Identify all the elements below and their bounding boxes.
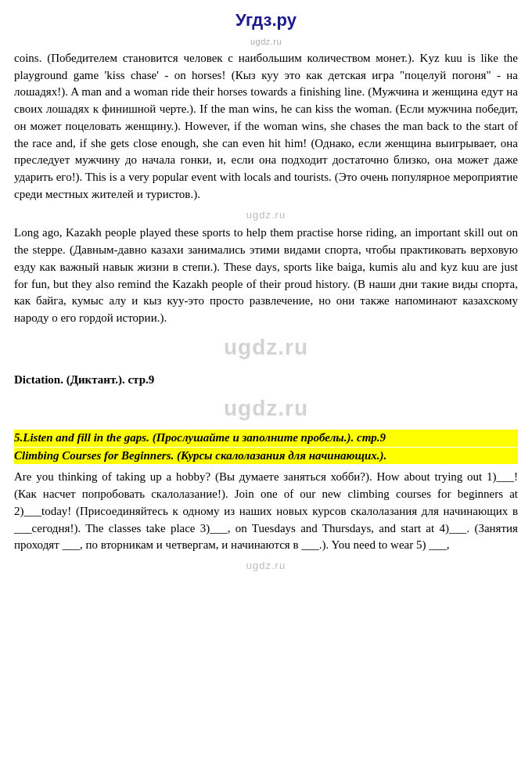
task-highlight-2: Climbing Courses for Beginners. (Курсы с… — [14, 448, 518, 465]
task-highlight-1: 5.Listen and fill in the gaps. (Прослуша… — [14, 430, 518, 447]
dictation-heading: Dictation. (Диктант.). стр.9 — [14, 372, 518, 389]
watermark-large2: ugdz.ru — [14, 393, 518, 425]
paragraph-2: Long ago, Kazakh people played these spo… — [14, 225, 518, 327]
watermark-mid1: ugdz.ru — [246, 208, 286, 223]
paragraph-1: coins. (Победителем становится человек с… — [14, 50, 518, 203]
watermark-bottom: ugdz.ru — [246, 559, 286, 574]
site-title: Угдз.ру — [14, 8, 518, 33]
task-text-1: Are you thinking of taking up a hobby? (… — [14, 469, 518, 554]
watermark-top: ugdz.ru — [14, 36, 518, 49]
watermark-large: ugdz.ru — [14, 332, 518, 364]
